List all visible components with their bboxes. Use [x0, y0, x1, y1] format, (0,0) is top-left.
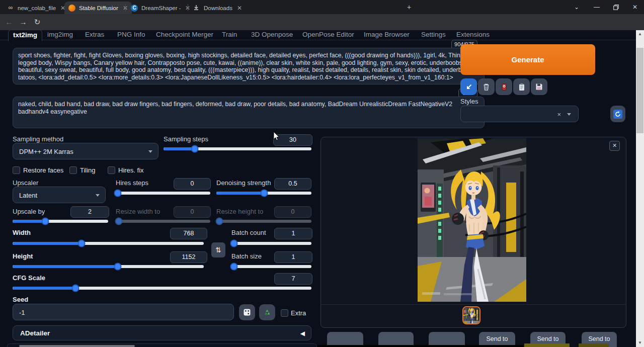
browser-tab-title: DreamShaper - 7 | Stable Diffusio [141, 5, 181, 11]
resize-width-slider [116, 220, 210, 223]
denoising-strength-slider[interactable] [216, 192, 311, 195]
sampling-method-dropdown[interactable]: DPM++ 2M Karras [13, 143, 158, 159]
denoising-strength-value[interactable]: 0.5 [274, 178, 311, 190]
paste-generation-params-button[interactable] [460, 78, 477, 95]
batch-count-value[interactable]: 1 [274, 228, 312, 239]
window-minimize-button[interactable]: — [588, 0, 606, 14]
new-tab-button[interactable]: + [403, 0, 416, 14]
prompt-input[interactable]: sport shoes, fighter, fight, fight Glove… [13, 48, 485, 84]
height-slider[interactable] [13, 265, 204, 268]
browser-tab-title: Downloads [204, 5, 232, 11]
tab-separator [188, 4, 188, 11]
styles-label: Styles [460, 98, 478, 105]
height-value[interactable]: 1152 [170, 251, 207, 263]
sampling-steps-label: Sampling steps [164, 135, 208, 143]
width-slider[interactable] [13, 242, 204, 245]
window-close-button[interactable]: ✕ [626, 0, 644, 14]
tab-extensions[interactable]: Extensions [452, 30, 494, 40]
artifact-glitch [579, 343, 609, 347]
restore-faces-label: Restore faces [23, 166, 63, 174]
close-preview-button[interactable]: ✕ [609, 141, 620, 151]
refresh-styles-button[interactable] [610, 106, 625, 122]
adetailer-accordion[interactable]: ADetailer ◀ [13, 325, 311, 340]
seed-input[interactable]: -1 [13, 304, 234, 320]
gallery-thumbnail-selected[interactable] [462, 306, 480, 324]
downloads-icon [193, 5, 200, 12]
resize-height-value: 0 [274, 206, 311, 218]
hires-fix-checkbox[interactable] [108, 166, 115, 174]
tab-3d-openpose[interactable]: 3D Openpose [247, 30, 297, 40]
horizontal-scrollbar-thumb[interactable] [19, 345, 135, 347]
hires-steps-slider[interactable] [116, 192, 210, 195]
upscale-by-label: Upscale by [13, 208, 45, 215]
tab-openpose-editor[interactable]: OpenPose Editor [298, 30, 359, 40]
sampling-steps-slider[interactable] [164, 147, 311, 150]
random-seed-dice-button[interactable] [239, 304, 255, 320]
browser-tab-colab[interactable]: ∞ new_colab_file.ipynb - Colaborat ✕ [3, 2, 69, 14]
cfg-scale-label: CFG Scale [13, 274, 45, 282]
resize-width-value: 0 [174, 206, 211, 218]
tab-train[interactable]: Train [217, 30, 242, 40]
restore-faces-checkbox[interactable] [13, 166, 20, 174]
hires-fix-label: Hires. fix [118, 166, 144, 174]
tab-settings[interactable]: Settings [417, 30, 450, 40]
browser-tab-civitai[interactable]: C DreamShaper - 7 | Stable Diffusio ✕ [127, 2, 194, 14]
tab-search-chevron-icon[interactable]: ⌄ [568, 0, 586, 14]
clear-styles-icon[interactable]: × [557, 106, 561, 123]
tiling-checkbox[interactable] [69, 166, 77, 174]
reload-button[interactable]: ↻ [31, 16, 43, 28]
browser-tab-title: new_colab_file.ipynb - Colaborat [18, 5, 56, 11]
tab-separator [125, 4, 126, 11]
stable-diffusion-icon [68, 5, 75, 12]
width-value[interactable]: 768 [170, 228, 207, 239]
resize-height-slider [216, 220, 311, 223]
browser-tab-stable-diffusion[interactable]: Stable Diffusion ✕ [64, 2, 132, 14]
tab-image-browser[interactable]: Image Browser [359, 30, 414, 40]
extra-seed-label: Extra [291, 309, 306, 317]
batch-size-value[interactable]: 1 [274, 251, 312, 263]
sampling-method-value: DPM++ 2M Karras [19, 148, 73, 155]
styles-dropdown[interactable]: × [460, 106, 579, 122]
resize-height-label: Resize height to [216, 208, 263, 215]
extra-seed-checkbox[interactable] [281, 309, 288, 317]
extra-networks-button[interactable] [496, 78, 512, 95]
tab-checkpoint-merger[interactable]: Checkpoint Merger [151, 30, 218, 40]
scrollbar-thumb[interactable] [636, 48, 643, 133]
browser-toolbar: ← → ↻ 3a59ec42041dbb46cb.gradio.live ☆ ⋮ [0, 14, 644, 30]
styles-caret-icon [567, 113, 571, 116]
apply-styles-clipboard-button[interactable] [513, 78, 530, 95]
tab-extras[interactable]: Extras [80, 30, 109, 40]
close-tab-icon[interactable]: ✕ [237, 5, 242, 12]
hires-steps-value[interactable]: 0 [174, 178, 211, 190]
dropdown-caret-icon [148, 150, 152, 153]
scrollbar-down-arrow[interactable]: ▼ [636, 339, 644, 347]
forward-button[interactable]: → [17, 16, 29, 28]
back-button[interactable]: ← [3, 16, 15, 28]
cfg-scale-slider[interactable] [13, 287, 311, 290]
swap-width-height-button[interactable]: ⇅ [211, 242, 225, 257]
generate-button[interactable]: Generate [460, 44, 595, 75]
save-style-floppy-button[interactable] [531, 78, 547, 95]
clear-prompt-trash-button[interactable] [478, 78, 495, 95]
upscale-by-slider[interactable] [13, 220, 108, 223]
browser-tab-strip: ∞ new_colab_file.ipynb - Colaborat ✕ Sta… [0, 0, 644, 14]
negative-prompt-input[interactable]: naked, child, bad hand, bad draw, bad dr… [13, 97, 485, 128]
page-scrollbar[interactable]: ▲ ▼ [636, 30, 644, 347]
upscaler-dropdown[interactable]: Latent [13, 187, 106, 203]
browser-tab-title: Stable Diffusion [79, 5, 118, 11]
tiling-label: Tiling [80, 166, 96, 174]
tab-txt2img[interactable]: txt2img [8, 30, 42, 41]
batch-size-slider[interactable] [231, 265, 311, 268]
reuse-seed-recycle-button[interactable] [259, 304, 275, 320]
batch-count-slider[interactable] [231, 242, 311, 245]
cfg-scale-value[interactable]: 7 [274, 273, 312, 285]
generated-image[interactable] [418, 138, 526, 302]
upscale-by-value[interactable]: 2 [70, 206, 109, 218]
tab-img2img[interactable]: img2img [43, 30, 77, 40]
scrollbar-up-arrow[interactable]: ▲ [636, 30, 644, 38]
browser-tab-downloads[interactable]: Downloads ✕ [189, 2, 254, 14]
upscaler-value: Latent [19, 192, 37, 199]
window-restore-button[interactable] [607, 0, 625, 14]
denoising-strength-label: Denoising strength [216, 179, 271, 187]
tab-png-info[interactable]: PNG Info [113, 30, 150, 40]
